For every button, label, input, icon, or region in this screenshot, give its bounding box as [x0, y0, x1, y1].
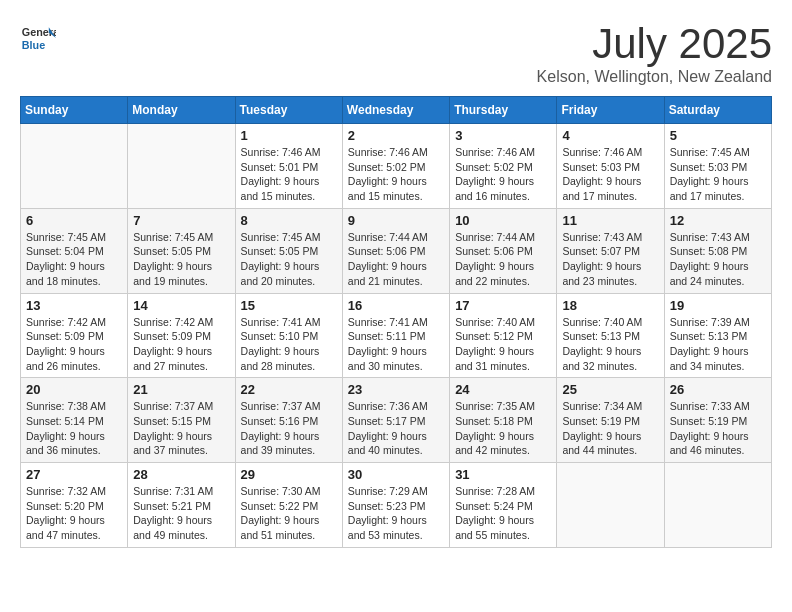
logo: General Blue — [20, 20, 56, 56]
day-number: 21 — [133, 382, 229, 397]
day-detail: Sunrise: 7:40 AMSunset: 5:13 PMDaylight:… — [562, 315, 658, 374]
day-number: 22 — [241, 382, 337, 397]
calendar-cell — [128, 124, 235, 209]
calendar-week-row: 27Sunrise: 7:32 AMSunset: 5:20 PMDayligh… — [21, 463, 772, 548]
day-detail: Sunrise: 7:41 AMSunset: 5:10 PMDaylight:… — [241, 315, 337, 374]
day-detail: Sunrise: 7:30 AMSunset: 5:22 PMDaylight:… — [241, 484, 337, 543]
calendar-cell: 20Sunrise: 7:38 AMSunset: 5:14 PMDayligh… — [21, 378, 128, 463]
day-number: 31 — [455, 467, 551, 482]
day-detail: Sunrise: 7:28 AMSunset: 5:24 PMDaylight:… — [455, 484, 551, 543]
calendar-cell — [21, 124, 128, 209]
day-number: 28 — [133, 467, 229, 482]
day-detail: Sunrise: 7:32 AMSunset: 5:20 PMDaylight:… — [26, 484, 122, 543]
day-number: 1 — [241, 128, 337, 143]
calendar-body: 1Sunrise: 7:46 AMSunset: 5:01 PMDaylight… — [21, 124, 772, 548]
day-detail: Sunrise: 7:40 AMSunset: 5:12 PMDaylight:… — [455, 315, 551, 374]
day-number: 26 — [670, 382, 766, 397]
calendar-cell: 25Sunrise: 7:34 AMSunset: 5:19 PMDayligh… — [557, 378, 664, 463]
day-detail: Sunrise: 7:37 AMSunset: 5:15 PMDaylight:… — [133, 399, 229, 458]
calendar-cell: 26Sunrise: 7:33 AMSunset: 5:19 PMDayligh… — [664, 378, 771, 463]
weekday-header: Saturday — [664, 97, 771, 124]
calendar-cell: 14Sunrise: 7:42 AMSunset: 5:09 PMDayligh… — [128, 293, 235, 378]
day-number: 23 — [348, 382, 444, 397]
day-number: 8 — [241, 213, 337, 228]
day-number: 29 — [241, 467, 337, 482]
weekday-header: Sunday — [21, 97, 128, 124]
calendar-week-row: 20Sunrise: 7:38 AMSunset: 5:14 PMDayligh… — [21, 378, 772, 463]
calendar-cell: 21Sunrise: 7:37 AMSunset: 5:15 PMDayligh… — [128, 378, 235, 463]
day-detail: Sunrise: 7:46 AMSunset: 5:01 PMDaylight:… — [241, 145, 337, 204]
day-number: 27 — [26, 467, 122, 482]
day-detail: Sunrise: 7:34 AMSunset: 5:19 PMDaylight:… — [562, 399, 658, 458]
svg-text:Blue: Blue — [22, 39, 45, 51]
calendar-cell: 15Sunrise: 7:41 AMSunset: 5:10 PMDayligh… — [235, 293, 342, 378]
weekday-header: Friday — [557, 97, 664, 124]
day-number: 12 — [670, 213, 766, 228]
day-detail: Sunrise: 7:31 AMSunset: 5:21 PMDaylight:… — [133, 484, 229, 543]
calendar-cell: 27Sunrise: 7:32 AMSunset: 5:20 PMDayligh… — [21, 463, 128, 548]
calendar-cell: 11Sunrise: 7:43 AMSunset: 5:07 PMDayligh… — [557, 208, 664, 293]
day-detail: Sunrise: 7:45 AMSunset: 5:05 PMDaylight:… — [241, 230, 337, 289]
title-block: July 2025 Kelson, Wellington, New Zealan… — [537, 20, 772, 86]
calendar-cell: 28Sunrise: 7:31 AMSunset: 5:21 PMDayligh… — [128, 463, 235, 548]
logo-icon: General Blue — [20, 20, 56, 56]
day-detail: Sunrise: 7:38 AMSunset: 5:14 PMDaylight:… — [26, 399, 122, 458]
calendar-cell: 23Sunrise: 7:36 AMSunset: 5:17 PMDayligh… — [342, 378, 449, 463]
day-detail: Sunrise: 7:46 AMSunset: 5:02 PMDaylight:… — [348, 145, 444, 204]
day-number: 7 — [133, 213, 229, 228]
calendar-cell: 24Sunrise: 7:35 AMSunset: 5:18 PMDayligh… — [450, 378, 557, 463]
day-number: 9 — [348, 213, 444, 228]
day-number: 16 — [348, 298, 444, 313]
calendar-cell: 2Sunrise: 7:46 AMSunset: 5:02 PMDaylight… — [342, 124, 449, 209]
calendar-cell: 8Sunrise: 7:45 AMSunset: 5:05 PMDaylight… — [235, 208, 342, 293]
calendar-week-row: 1Sunrise: 7:46 AMSunset: 5:01 PMDaylight… — [21, 124, 772, 209]
day-detail: Sunrise: 7:46 AMSunset: 5:02 PMDaylight:… — [455, 145, 551, 204]
day-number: 20 — [26, 382, 122, 397]
day-number: 14 — [133, 298, 229, 313]
calendar-cell: 6Sunrise: 7:45 AMSunset: 5:04 PMDaylight… — [21, 208, 128, 293]
calendar-header-row: SundayMondayTuesdayWednesdayThursdayFrid… — [21, 97, 772, 124]
day-detail: Sunrise: 7:33 AMSunset: 5:19 PMDaylight:… — [670, 399, 766, 458]
day-detail: Sunrise: 7:46 AMSunset: 5:03 PMDaylight:… — [562, 145, 658, 204]
day-detail: Sunrise: 7:35 AMSunset: 5:18 PMDaylight:… — [455, 399, 551, 458]
day-number: 4 — [562, 128, 658, 143]
day-detail: Sunrise: 7:36 AMSunset: 5:17 PMDaylight:… — [348, 399, 444, 458]
day-number: 6 — [26, 213, 122, 228]
day-detail: Sunrise: 7:29 AMSunset: 5:23 PMDaylight:… — [348, 484, 444, 543]
calendar-cell: 7Sunrise: 7:45 AMSunset: 5:05 PMDaylight… — [128, 208, 235, 293]
calendar-table: SundayMondayTuesdayWednesdayThursdayFrid… — [20, 96, 772, 548]
page-header: General Blue July 2025 Kelson, Wellingto… — [20, 20, 772, 86]
day-detail: Sunrise: 7:45 AMSunset: 5:04 PMDaylight:… — [26, 230, 122, 289]
day-number: 19 — [670, 298, 766, 313]
calendar-cell: 30Sunrise: 7:29 AMSunset: 5:23 PMDayligh… — [342, 463, 449, 548]
weekday-header: Wednesday — [342, 97, 449, 124]
calendar-cell: 13Sunrise: 7:42 AMSunset: 5:09 PMDayligh… — [21, 293, 128, 378]
day-detail: Sunrise: 7:44 AMSunset: 5:06 PMDaylight:… — [348, 230, 444, 289]
month-title: July 2025 — [537, 20, 772, 68]
calendar-cell: 12Sunrise: 7:43 AMSunset: 5:08 PMDayligh… — [664, 208, 771, 293]
calendar-cell: 31Sunrise: 7:28 AMSunset: 5:24 PMDayligh… — [450, 463, 557, 548]
calendar-cell: 18Sunrise: 7:40 AMSunset: 5:13 PMDayligh… — [557, 293, 664, 378]
day-number: 18 — [562, 298, 658, 313]
day-number: 17 — [455, 298, 551, 313]
calendar-cell: 17Sunrise: 7:40 AMSunset: 5:12 PMDayligh… — [450, 293, 557, 378]
day-detail: Sunrise: 7:41 AMSunset: 5:11 PMDaylight:… — [348, 315, 444, 374]
day-detail: Sunrise: 7:43 AMSunset: 5:08 PMDaylight:… — [670, 230, 766, 289]
day-detail: Sunrise: 7:45 AMSunset: 5:05 PMDaylight:… — [133, 230, 229, 289]
calendar-cell — [664, 463, 771, 548]
day-number: 25 — [562, 382, 658, 397]
calendar-cell: 22Sunrise: 7:37 AMSunset: 5:16 PMDayligh… — [235, 378, 342, 463]
calendar-cell: 1Sunrise: 7:46 AMSunset: 5:01 PMDaylight… — [235, 124, 342, 209]
calendar-cell: 9Sunrise: 7:44 AMSunset: 5:06 PMDaylight… — [342, 208, 449, 293]
day-detail: Sunrise: 7:39 AMSunset: 5:13 PMDaylight:… — [670, 315, 766, 374]
calendar-cell: 5Sunrise: 7:45 AMSunset: 5:03 PMDaylight… — [664, 124, 771, 209]
day-number: 30 — [348, 467, 444, 482]
day-number: 11 — [562, 213, 658, 228]
calendar-week-row: 6Sunrise: 7:45 AMSunset: 5:04 PMDaylight… — [21, 208, 772, 293]
day-number: 15 — [241, 298, 337, 313]
day-number: 10 — [455, 213, 551, 228]
calendar-cell: 29Sunrise: 7:30 AMSunset: 5:22 PMDayligh… — [235, 463, 342, 548]
day-detail: Sunrise: 7:45 AMSunset: 5:03 PMDaylight:… — [670, 145, 766, 204]
calendar-cell — [557, 463, 664, 548]
day-number: 13 — [26, 298, 122, 313]
